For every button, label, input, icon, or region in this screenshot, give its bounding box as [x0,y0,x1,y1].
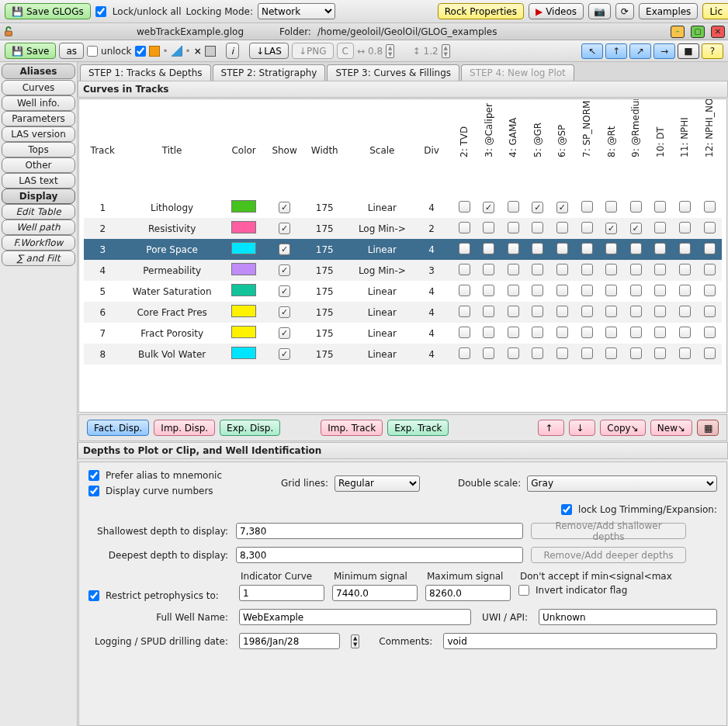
curve-checkbox[interactable] [459,285,470,296]
curve-checkbox[interactable] [508,327,519,338]
curve-checkbox[interactable] [508,285,519,296]
date-input[interactable] [239,633,340,649]
curve-checkbox[interactable] [459,347,470,359]
curve-checkbox[interactable] [704,327,716,338]
show-checkbox[interactable] [279,223,290,234]
curve-checkbox[interactable] [704,306,716,317]
export-las-button[interactable]: ↓LAS [249,43,289,59]
curve-checkbox[interactable] [679,243,691,254]
curve-checkbox[interactable] [679,285,691,296]
curve-checkbox[interactable] [605,327,617,338]
curve-checkbox[interactable] [459,264,470,275]
curve-checkbox[interactable] [508,347,519,359]
tab-step-2[interactable]: STEP 2: Stratigraphy [213,64,326,81]
tab-step-1[interactable]: STEP 1: Tracks & Depths [80,64,211,81]
curve-checkbox[interactable] [581,285,593,296]
shallowest-input[interactable] [236,523,523,539]
table-row[interactable]: 2Resistivity175Log Min->2 [84,218,722,239]
license-button[interactable]: Lic [702,3,728,19]
sidebar-item-curves[interactable]: Curves [2,80,75,95]
curve-checkbox[interactable] [581,327,593,338]
curve-checkbox[interactable] [581,347,593,359]
curve-checkbox[interactable] [556,306,568,317]
curve-checkbox[interactable] [532,243,543,254]
curve-checkbox[interactable] [679,327,691,338]
cell-color[interactable] [223,260,265,281]
cell-color[interactable] [223,218,265,239]
curve-checkbox[interactable] [630,264,642,275]
delete-button[interactable]: ▦ [697,420,719,436]
info-button[interactable]: i [226,43,239,59]
curve-checkbox[interactable] [459,243,470,254]
curve-checkbox[interactable] [654,264,666,275]
curve-checkbox[interactable] [483,222,494,233]
cell-color[interactable] [223,323,265,344]
curve-checkbox[interactable] [483,243,494,254]
date-spinner[interactable]: ▲▼ [351,634,359,648]
examples-button[interactable]: Examples [639,3,698,19]
curve-checkbox[interactable] [483,327,494,338]
well-name-input[interactable] [239,609,471,625]
nav-right-button[interactable]: → [653,43,675,59]
lock-unlock-all-checkbox[interactable] [95,6,106,17]
table-row[interactable]: 6Core Fract Pres175Linear4 [84,302,722,323]
width-spinner[interactable]: ▲▼ [386,44,394,58]
sidebar-item-display[interactable]: Display [2,188,75,204]
curve-checkbox[interactable] [556,285,568,296]
camera-button[interactable]: 📷 [588,3,611,19]
remove-add-deeper-button[interactable]: Remove/Add deeper depths [531,547,686,563]
videos-button[interactable]: ▶ Videos [529,3,584,19]
curve-checkbox[interactable] [556,327,568,338]
invert-flag-checkbox[interactable] [518,585,529,596]
curve-checkbox[interactable] [704,347,716,359]
show-checkbox[interactable] [279,327,290,339]
curve-checkbox[interactable] [581,201,593,213]
curve-checkbox[interactable] [704,201,716,213]
fact-disp-button[interactable]: Fact. Disp. [87,420,149,436]
curve-checkbox[interactable] [704,222,716,233]
restrict-checkbox[interactable] [88,590,99,601]
curve-checkbox[interactable] [508,222,519,233]
prefer-alias-checkbox[interactable] [88,470,99,481]
curve-checkbox[interactable] [556,222,568,233]
exp-track-button[interactable]: Exp. Track [387,420,449,436]
curve-checkbox[interactable] [605,223,617,234]
curve-checkbox[interactable] [483,347,494,359]
curve-checkbox[interactable] [704,285,716,296]
save-button[interactable]: 💾 Save [5,43,56,59]
toggle-orange-checkbox[interactable] [135,46,146,57]
sidebar-item-las-text[interactable]: LAS text [2,173,75,188]
display-curve-numbers-checkbox[interactable] [88,486,99,496]
nav-help-button[interactable]: ? [702,43,723,59]
curve-checkbox[interactable] [556,202,568,213]
curve-checkbox[interactable] [679,306,691,317]
indicator-curve-input[interactable] [239,585,324,601]
curve-checkbox[interactable] [654,347,666,359]
double-scale-select[interactable]: Gray [527,475,717,492]
curve-checkbox[interactable] [630,201,642,213]
curve-checkbox[interactable] [581,243,593,254]
sidebar-item-tops[interactable]: Tops [2,142,75,157]
locking-mode-select[interactable]: Network [258,3,335,19]
sidebar-item-well-info-[interactable]: Well info. [2,95,75,111]
deepest-input[interactable] [236,547,523,563]
sidebar-item-other[interactable]: Other [2,157,75,173]
nav-upright-button[interactable]: ↗ [629,43,651,59]
imp-track-button[interactable]: Imp. Track [321,420,383,436]
window-close-button[interactable]: ✕ [711,26,725,38]
nav-upleft-button[interactable]: ↖ [581,43,603,59]
min-signal-input[interactable] [332,585,418,601]
curve-checkbox[interactable] [654,285,666,296]
table-row[interactable]: 1Lithology175Linear4 [84,197,722,218]
rock-properties-button[interactable]: Rock Properties [438,3,524,19]
unlock-checkbox[interactable] [87,46,98,57]
curve-checkbox[interactable] [679,222,691,233]
curve-checkbox[interactable] [532,327,543,338]
curve-checkbox[interactable] [654,327,666,338]
curve-checkbox[interactable] [630,223,642,234]
move-down-button[interactable]: ↓ [569,420,595,436]
sidebar-item-parameters[interactable]: Parameters [2,111,75,126]
curve-checkbox[interactable] [605,243,617,254]
sidebar-item-las-version[interactable]: LAS version [2,126,75,142]
grid-lines-select[interactable]: Regular [335,475,420,492]
